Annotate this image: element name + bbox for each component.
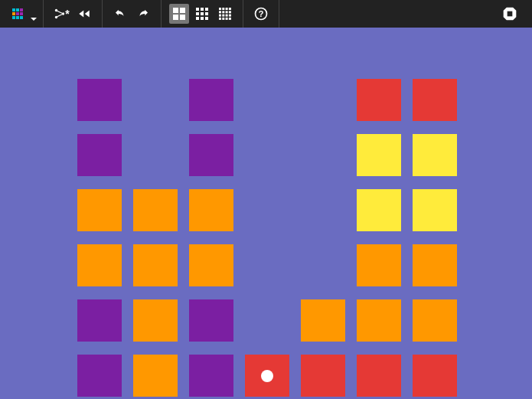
svg-text:?: ? (259, 9, 264, 18)
svg-rect-9 (205, 8, 208, 11)
svg-rect-3 (173, 8, 178, 13)
grid-cell[interactable] (133, 355, 178, 397)
svg-rect-31 (229, 18, 231, 20)
svg-rect-19 (229, 8, 231, 10)
svg-rect-14 (201, 17, 204, 20)
svg-rect-4 (180, 8, 185, 13)
svg-rect-21 (222, 11, 224, 13)
grid-cell[interactable] (77, 244, 122, 286)
svg-rect-35 (508, 11, 513, 17)
grid-medium-icon (195, 7, 209, 21)
asterisk-icon: * (65, 8, 69, 20)
caret-down-icon (31, 18, 37, 21)
grid-cell[interactable] (413, 299, 457, 342)
svg-rect-27 (229, 15, 231, 17)
svg-rect-15 (205, 17, 208, 20)
player-dot[interactable] (261, 370, 273, 382)
grid-cell[interactable] (189, 79, 233, 121)
grid-cell[interactable] (357, 244, 401, 286)
grid-cell[interactable] (77, 355, 122, 397)
grid-cell[interactable] (133, 189, 178, 231)
grid-large-button[interactable] (215, 4, 235, 24)
toolbar: * (0, 0, 532, 28)
help-button[interactable]: ? (251, 4, 271, 24)
game-stage[interactable] (0, 28, 532, 399)
grid-cell[interactable] (77, 79, 122, 121)
svg-rect-6 (180, 15, 185, 20)
stop-button[interactable] (500, 4, 520, 24)
grid-cell[interactable] (189, 134, 233, 176)
grid-cell[interactable] (413, 79, 457, 121)
history-group (103, 0, 162, 28)
stop-icon (502, 6, 517, 21)
rewind-icon (77, 7, 91, 21)
svg-rect-25 (222, 15, 224, 17)
grid-medium-button[interactable] (192, 4, 212, 24)
svg-rect-26 (226, 15, 228, 17)
app-logo-button[interactable] (8, 4, 28, 24)
svg-rect-16 (219, 8, 221, 10)
svg-rect-20 (219, 11, 221, 13)
svg-rect-11 (201, 12, 204, 15)
grid-size-group (162, 0, 243, 28)
undo-icon (113, 7, 127, 21)
svg-rect-29 (222, 18, 224, 20)
grid-cell[interactable] (189, 244, 233, 286)
svg-rect-12 (205, 12, 208, 15)
svg-rect-17 (222, 8, 224, 10)
grid-cell[interactable] (77, 189, 122, 231)
help-icon: ? (253, 6, 269, 21)
grid-cell[interactable] (413, 355, 457, 397)
grid-cell[interactable] (301, 355, 345, 397)
svg-rect-5 (173, 15, 178, 20)
grid-cell[interactable] (77, 134, 122, 176)
grid-cell[interactable] (357, 79, 401, 121)
svg-rect-23 (229, 11, 231, 13)
play-group: * (44, 0, 103, 28)
svg-rect-13 (196, 17, 199, 20)
redo-button[interactable] (133, 4, 153, 24)
svg-rect-22 (226, 11, 228, 13)
grid-cell[interactable] (189, 189, 233, 231)
grid-cell[interactable] (357, 355, 401, 397)
svg-rect-10 (196, 12, 199, 15)
grid-large-icon (218, 7, 232, 21)
svg-rect-18 (226, 8, 228, 10)
grid-small-icon (172, 7, 186, 21)
svg-rect-24 (219, 15, 221, 17)
svg-rect-7 (196, 8, 199, 11)
svg-rect-8 (201, 8, 204, 11)
svg-rect-30 (226, 18, 228, 20)
grid-cell[interactable] (133, 244, 178, 286)
grid-cell[interactable] (245, 355, 289, 397)
grid-cell[interactable] (413, 134, 457, 176)
grid-cell[interactable] (357, 189, 401, 231)
rewind-button[interactable] (74, 4, 94, 24)
grid-small-button[interactable] (169, 4, 189, 24)
app-logo-icon (12, 8, 23, 19)
grid-cell[interactable] (357, 134, 401, 176)
svg-rect-28 (219, 18, 221, 20)
svg-point-2 (62, 12, 64, 15)
stop-group (492, 0, 532, 28)
undo-button[interactable] (110, 4, 130, 24)
logo-group (0, 0, 44, 28)
help-group: ? (243, 0, 279, 28)
grid-cell[interactable] (413, 244, 457, 286)
grid-cell[interactable] (189, 299, 233, 342)
redo-icon (136, 7, 150, 21)
grid-cell[interactable] (133, 299, 178, 342)
grid-cell[interactable] (413, 189, 457, 231)
grid-cell[interactable] (189, 355, 233, 397)
grid-cell[interactable] (357, 299, 401, 342)
grid-cell[interactable] (77, 299, 122, 342)
grid-cell[interactable] (301, 299, 345, 342)
share-button[interactable]: * (51, 4, 71, 24)
